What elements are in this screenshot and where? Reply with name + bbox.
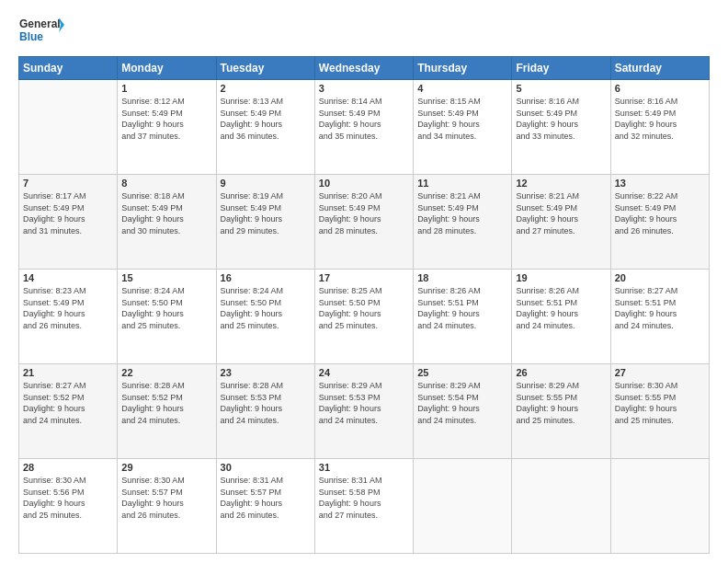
day-number: 2 (221, 83, 311, 94)
day-info: Sunrise: 8:27 AM Sunset: 5:51 PM Dayligh… (615, 285, 705, 331)
day-number: 26 (516, 367, 606, 378)
day-number: 11 (417, 178, 507, 189)
day-number: 20 (615, 272, 705, 283)
day-info: Sunrise: 8:30 AM Sunset: 5:57 PM Dayligh… (121, 475, 211, 521)
day-number: 24 (319, 367, 409, 378)
calendar-cell: 11Sunrise: 8:21 AM Sunset: 5:49 PM Dayli… (414, 175, 512, 270)
day-info: Sunrise: 8:31 AM Sunset: 5:57 PM Dayligh… (221, 475, 311, 521)
day-info: Sunrise: 8:15 AM Sunset: 5:49 PM Dayligh… (417, 96, 507, 142)
calendar-cell: 9Sunrise: 8:19 AM Sunset: 5:49 PM Daylig… (216, 175, 314, 270)
day-info: Sunrise: 8:30 AM Sunset: 5:55 PM Dayligh… (615, 380, 705, 426)
calendar-cell: 22Sunrise: 8:28 AM Sunset: 5:52 PM Dayli… (118, 364, 216, 459)
day-number: 14 (23, 272, 113, 283)
day-number: 30 (221, 462, 311, 473)
calendar-cell: 30Sunrise: 8:31 AM Sunset: 5:57 PM Dayli… (216, 459, 314, 554)
svg-text:General: General (19, 17, 61, 30)
calendar-cell (512, 459, 610, 554)
calendar-cell: 27Sunrise: 8:30 AM Sunset: 5:55 PM Dayli… (610, 364, 709, 459)
day-info: Sunrise: 8:18 AM Sunset: 5:49 PM Dayligh… (121, 190, 211, 236)
calendar-table: SundayMondayTuesdayWednesdayThursdayFrid… (18, 56, 710, 554)
calendar-cell: 24Sunrise: 8:29 AM Sunset: 5:53 PM Dayli… (314, 364, 413, 459)
calendar-cell: 31Sunrise: 8:31 AM Sunset: 5:58 PM Dayli… (314, 459, 413, 554)
day-number: 28 (23, 462, 113, 473)
day-info: Sunrise: 8:12 AM Sunset: 5:49 PM Dayligh… (121, 96, 211, 142)
calendar-cell: 28Sunrise: 8:30 AM Sunset: 5:56 PM Dayli… (19, 459, 118, 554)
day-info: Sunrise: 8:13 AM Sunset: 5:49 PM Dayligh… (221, 96, 311, 142)
day-number: 5 (516, 83, 606, 94)
day-info: Sunrise: 8:29 AM Sunset: 5:53 PM Dayligh… (319, 380, 409, 426)
calendar-cell: 14Sunrise: 8:23 AM Sunset: 5:49 PM Dayli… (19, 270, 118, 364)
logo: General Blue (18, 14, 64, 49)
day-info: Sunrise: 8:28 AM Sunset: 5:53 PM Dayligh… (221, 380, 311, 426)
calendar-cell (414, 459, 512, 554)
day-number: 9 (221, 178, 311, 189)
day-number: 16 (221, 272, 311, 283)
calendar-cell: 4Sunrise: 8:15 AM Sunset: 5:49 PM Daylig… (414, 80, 512, 175)
calendar-cell: 25Sunrise: 8:29 AM Sunset: 5:54 PM Dayli… (414, 364, 512, 459)
day-info: Sunrise: 8:22 AM Sunset: 5:49 PM Dayligh… (615, 190, 705, 236)
day-info: Sunrise: 8:16 AM Sunset: 5:49 PM Dayligh… (615, 96, 705, 142)
calendar-cell: 8Sunrise: 8:18 AM Sunset: 5:49 PM Daylig… (118, 175, 216, 270)
header: General Blue (18, 14, 710, 49)
day-info: Sunrise: 8:26 AM Sunset: 5:51 PM Dayligh… (516, 285, 606, 331)
calendar-cell: 12Sunrise: 8:21 AM Sunset: 5:49 PM Dayli… (512, 175, 610, 270)
day-number: 12 (516, 178, 606, 189)
day-info: Sunrise: 8:14 AM Sunset: 5:49 PM Dayligh… (319, 96, 409, 142)
page: General Blue SundayMondayTuesdayWednesda… (0, 0, 728, 563)
day-info: Sunrise: 8:19 AM Sunset: 5:49 PM Dayligh… (221, 190, 311, 236)
calendar-cell: 23Sunrise: 8:28 AM Sunset: 5:53 PM Dayli… (216, 364, 314, 459)
calendar-cell: 3Sunrise: 8:14 AM Sunset: 5:49 PM Daylig… (314, 80, 413, 175)
day-number: 8 (121, 178, 211, 189)
svg-text:Blue: Blue (19, 30, 43, 43)
day-number: 13 (615, 178, 705, 189)
day-number: 6 (615, 83, 705, 94)
day-info: Sunrise: 8:21 AM Sunset: 5:49 PM Dayligh… (516, 190, 606, 236)
day-info: Sunrise: 8:20 AM Sunset: 5:49 PM Dayligh… (319, 190, 409, 236)
day-info: Sunrise: 8:29 AM Sunset: 5:54 PM Dayligh… (417, 380, 507, 426)
day-info: Sunrise: 8:21 AM Sunset: 5:49 PM Dayligh… (417, 190, 507, 236)
header-day-thursday: Thursday (414, 57, 512, 80)
day-info: Sunrise: 8:27 AM Sunset: 5:52 PM Dayligh… (23, 380, 113, 426)
day-info: Sunrise: 8:17 AM Sunset: 5:49 PM Dayligh… (23, 190, 113, 236)
calendar-cell: 18Sunrise: 8:26 AM Sunset: 5:51 PM Dayli… (414, 270, 512, 364)
calendar-cell: 17Sunrise: 8:25 AM Sunset: 5:50 PM Dayli… (314, 270, 413, 364)
day-info: Sunrise: 8:28 AM Sunset: 5:52 PM Dayligh… (121, 380, 211, 426)
day-info: Sunrise: 8:26 AM Sunset: 5:51 PM Dayligh… (417, 285, 507, 331)
day-info: Sunrise: 8:30 AM Sunset: 5:56 PM Dayligh… (23, 475, 113, 521)
calendar-cell: 29Sunrise: 8:30 AM Sunset: 5:57 PM Dayli… (118, 459, 216, 554)
day-number: 25 (417, 367, 507, 378)
header-day-friday: Friday (512, 57, 610, 80)
calendar-cell (19, 80, 118, 175)
calendar-cell: 7Sunrise: 8:17 AM Sunset: 5:49 PM Daylig… (19, 175, 118, 270)
calendar-cell: 21Sunrise: 8:27 AM Sunset: 5:52 PM Dayli… (19, 364, 118, 459)
calendar-cell (610, 459, 709, 554)
calendar-cell: 2Sunrise: 8:13 AM Sunset: 5:49 PM Daylig… (216, 80, 314, 175)
calendar-cell: 13Sunrise: 8:22 AM Sunset: 5:49 PM Dayli… (610, 175, 709, 270)
day-number: 19 (516, 272, 606, 283)
day-number: 10 (319, 178, 409, 189)
calendar-cell: 15Sunrise: 8:24 AM Sunset: 5:50 PM Dayli… (118, 270, 216, 364)
day-info: Sunrise: 8:23 AM Sunset: 5:49 PM Dayligh… (23, 285, 113, 331)
calendar-cell: 10Sunrise: 8:20 AM Sunset: 5:49 PM Dayli… (314, 175, 413, 270)
calendar-cell: 1Sunrise: 8:12 AM Sunset: 5:49 PM Daylig… (118, 80, 216, 175)
day-number: 4 (417, 83, 507, 94)
day-number: 1 (121, 83, 211, 94)
day-number: 15 (121, 272, 211, 283)
day-number: 18 (417, 272, 507, 283)
day-number: 3 (319, 83, 409, 94)
header-day-monday: Monday (118, 57, 216, 80)
calendar-cell: 16Sunrise: 8:24 AM Sunset: 5:50 PM Dayli… (216, 270, 314, 364)
calendar-cell: 20Sunrise: 8:27 AM Sunset: 5:51 PM Dayli… (610, 270, 709, 364)
calendar-cell: 19Sunrise: 8:26 AM Sunset: 5:51 PM Dayli… (512, 270, 610, 364)
day-info: Sunrise: 8:24 AM Sunset: 5:50 PM Dayligh… (121, 285, 211, 331)
calendar-cell: 6Sunrise: 8:16 AM Sunset: 5:49 PM Daylig… (610, 80, 709, 175)
day-info: Sunrise: 8:29 AM Sunset: 5:55 PM Dayligh… (516, 380, 606, 426)
header-day-saturday: Saturday (610, 57, 709, 80)
day-number: 7 (23, 178, 113, 189)
day-number: 27 (615, 367, 705, 378)
day-info: Sunrise: 8:25 AM Sunset: 5:50 PM Dayligh… (319, 285, 409, 331)
day-number: 21 (23, 367, 113, 378)
day-info: Sunrise: 8:31 AM Sunset: 5:58 PM Dayligh… (319, 475, 409, 521)
day-number: 22 (121, 367, 211, 378)
day-info: Sunrise: 8:16 AM Sunset: 5:49 PM Dayligh… (516, 96, 606, 142)
